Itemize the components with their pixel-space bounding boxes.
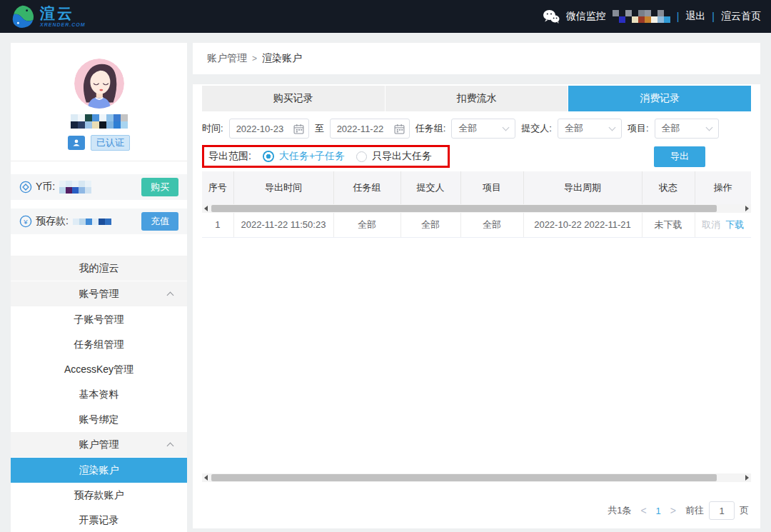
cell-submitter: 全部 bbox=[400, 213, 460, 237]
radio-only-big-tasks[interactable]: 只导出大任务 bbox=[356, 150, 432, 163]
current-page[interactable]: 1 bbox=[656, 506, 661, 516]
wechat-monitor-link[interactable]: 微信监控 bbox=[566, 10, 606, 23]
avatar bbox=[74, 59, 124, 109]
scroll-left-arrow[interactable] bbox=[204, 475, 208, 481]
breadcrumb: 账户管理 > 渲染账户 bbox=[193, 43, 760, 74]
censored-username-mosaic bbox=[613, 10, 670, 23]
breadcrumb-parent[interactable]: 账户管理 bbox=[207, 52, 247, 65]
tab-purchase-records[interactable]: 购买记录 bbox=[202, 86, 386, 111]
scrollbar-thumb[interactable] bbox=[211, 205, 717, 212]
censored-deposit-value-mosaic bbox=[73, 219, 111, 225]
radio-unselected-icon bbox=[356, 151, 367, 162]
horizontal-scrollbar-top[interactable] bbox=[202, 204, 751, 213]
scrollbar-thumb[interactable] bbox=[211, 474, 717, 481]
profile-person-button[interactable] bbox=[68, 136, 85, 150]
censored-profile-name-mosaic bbox=[71, 114, 128, 129]
radio-big-and-sub-tasks[interactable]: 大任务+子任务 bbox=[263, 150, 345, 163]
to-label: 至 bbox=[315, 122, 324, 135]
breadcrumb-separator: > bbox=[252, 54, 257, 64]
submitter-filter-label: 提交人: bbox=[521, 122, 552, 135]
content-panel: 购买记录 扣费流水 消费记录 时间: bbox=[193, 84, 760, 528]
submitter-select[interactable]: 全部 bbox=[558, 119, 622, 139]
y-coin-icon bbox=[19, 181, 32, 194]
col-export-period: 导出周期 bbox=[523, 171, 642, 204]
export-range-label: 导出范围: bbox=[208, 150, 251, 163]
project-filter-label: 项目: bbox=[628, 122, 649, 135]
calendar-icon bbox=[293, 124, 304, 134]
project-select[interactable]: 全部 bbox=[655, 119, 719, 139]
tab-consumption-records[interactable]: 消费记录 bbox=[568, 86, 751, 111]
taskgroup-filter-label: 任务组: bbox=[415, 122, 446, 135]
xrender-logo[interactable]: 渲云 XRENDER.COM bbox=[10, 4, 86, 29]
cell-export-time: 2022-11-22 11:50:23 bbox=[233, 213, 333, 237]
cell-taskgroup: 全部 bbox=[333, 213, 400, 237]
chevron-up-icon bbox=[167, 443, 174, 450]
logo-subtitle: XRENDER.COM bbox=[40, 22, 86, 27]
table-header-row: 序号 导出时间 任务组 提交人 项目 导出周期 状态 操作 bbox=[202, 171, 751, 204]
chevron-down-icon bbox=[503, 124, 510, 131]
sidebar-item-basic-info[interactable]: 基本资料 bbox=[11, 382, 187, 407]
cell-status: 未下载 bbox=[642, 213, 695, 237]
table-empty-area bbox=[202, 238, 751, 473]
sidebar-item-deposit-account[interactable]: 预存款账户 bbox=[11, 483, 187, 508]
tab-deduction-flow[interactable]: 扣费流水 bbox=[386, 86, 569, 111]
next-page-button[interactable]: > bbox=[670, 505, 676, 516]
download-link[interactable]: 下载 bbox=[725, 219, 744, 230]
recharge-button[interactable]: 充值 bbox=[141, 212, 178, 231]
date-to-input[interactable] bbox=[330, 119, 410, 139]
cell-index: 1 bbox=[202, 213, 233, 237]
logout-link[interactable]: 退出 bbox=[685, 10, 705, 23]
horizontal-scrollbar-bottom[interactable] bbox=[202, 473, 751, 482]
person-icon bbox=[71, 138, 81, 148]
sidebar-section-account-number[interactable]: 账号管理 bbox=[11, 281, 187, 306]
cell-period: 2022-10-22 2022-11-21 bbox=[523, 213, 642, 237]
sidebar-item-subaccounts[interactable]: 子账号管理 bbox=[11, 307, 187, 332]
pagination: 共1条 < 1 > 前往 页 bbox=[608, 501, 749, 520]
prev-page-button[interactable]: < bbox=[640, 505, 646, 516]
deposit-balance-row: ¥ 预存款: 充值 bbox=[11, 209, 187, 234]
scroll-left-arrow[interactable] bbox=[204, 206, 208, 211]
export-button[interactable]: 导出 bbox=[654, 146, 705, 167]
xrender-logo-icon bbox=[10, 4, 35, 29]
chevron-up-icon bbox=[167, 292, 174, 299]
sidebar-item-invoice-records[interactable]: 开票记录 bbox=[11, 508, 187, 532]
deposit-label: 预存款: bbox=[36, 215, 69, 228]
col-taskgroup: 任务组 bbox=[333, 171, 400, 204]
sidebar-section-account-mgmt[interactable]: 账户管理 bbox=[11, 432, 187, 457]
tab-bar: 购买记录 扣费流水 消费记录 bbox=[202, 84, 751, 111]
calendar-icon bbox=[394, 124, 405, 134]
cancel-link[interactable]: 取消 bbox=[702, 219, 720, 230]
sidebar: 已认证 Y币: 购买 ¥ 预存款: 充值 bbox=[11, 43, 187, 532]
export-row: 导出范围: 大任务+子任务 只导出大任务 导出 bbox=[202, 145, 751, 168]
highlight-annotation-box: 导出范围: 大任务+子任务 只导出大任务 bbox=[202, 145, 450, 168]
col-actions: 操作 bbox=[695, 171, 751, 204]
col-submitter: 提交人 bbox=[400, 171, 460, 204]
sidebar-item-accesskey[interactable]: AccessKey管理 bbox=[11, 357, 187, 382]
filter-bar: 时间: 至 bbox=[202, 119, 751, 139]
home-link[interactable]: 渲云首页 bbox=[721, 10, 761, 23]
top-navbar: 渲云 XRENDER.COM 微信监控 | 退出 | 渲云首页 bbox=[0, 0, 771, 33]
nav-separator: | bbox=[712, 11, 715, 22]
sidebar-item-account-binding[interactable]: 账号绑定 bbox=[11, 407, 187, 432]
page-unit-label: 页 bbox=[740, 504, 749, 517]
pagination-total: 共1条 bbox=[608, 504, 631, 517]
sidebar-item-taskgroups[interactable]: 任务组管理 bbox=[11, 332, 187, 357]
cell-project: 全部 bbox=[460, 213, 523, 237]
sidebar-item-render-account[interactable]: 渲染账户 bbox=[11, 458, 187, 483]
scroll-right-arrow[interactable] bbox=[745, 206, 749, 211]
scroll-right-arrow[interactable] bbox=[745, 475, 749, 481]
goto-label: 前往 bbox=[685, 504, 704, 517]
col-status: 状态 bbox=[642, 171, 695, 204]
date-from-input[interactable] bbox=[229, 119, 309, 139]
cell-actions: 取消下载 bbox=[695, 213, 751, 237]
goto-page-input[interactable] bbox=[709, 501, 735, 520]
nav-separator: | bbox=[677, 11, 680, 22]
radio-selected-icon bbox=[263, 151, 274, 162]
col-project: 项目 bbox=[460, 171, 523, 204]
sidebar-item-my-xrender[interactable]: 我的渲云 bbox=[11, 256, 187, 281]
censored-ybi-value-mosaic bbox=[59, 181, 91, 194]
col-export-time: 导出时间 bbox=[233, 171, 333, 204]
taskgroup-select[interactable]: 全部 bbox=[451, 119, 515, 139]
export-records-table: 序号 导出时间 任务组 提交人 项目 导出周期 状态 操作 bbox=[202, 171, 751, 482]
buy-button[interactable]: 购买 bbox=[141, 178, 178, 196]
